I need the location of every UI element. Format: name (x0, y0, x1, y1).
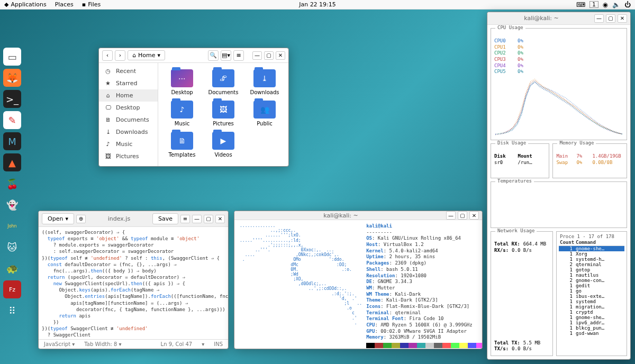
dock-john[interactable]: John (3, 217, 21, 235)
monitor-body[interactable]: CPU Usage CPU00%CPU10%CPU20%CPU30%CPU40%… (487, 25, 630, 359)
forward-button[interactable]: › (115, 50, 125, 61)
folder-icon: ⤓ (253, 69, 276, 87)
open-button[interactable]: Open ▾ (42, 213, 74, 224)
folder-public[interactable]: 👥Public (245, 101, 284, 126)
sidebar-item-music[interactable]: ♪Music (99, 138, 158, 150)
folder-videos[interactable]: ▶Videos (204, 132, 243, 158)
dock-terminal[interactable]: >_ (3, 90, 21, 108)
sidebar-item-label: Home (116, 92, 133, 99)
music-icon: ♪ (104, 141, 112, 148)
dock-wireshark[interactable]: 🐢 (3, 259, 21, 277)
code-area[interactable]: ((self, swaggerDecorator) ⇒ { typeof exp… (39, 227, 228, 339)
network-usage-panel: Network Usage Total RX:664.4 MB RX/s:0.0… (491, 231, 553, 356)
dock-apps[interactable]: ⠿ (3, 302, 21, 320)
panel-title: Proce 1 - 17 of 178 (559, 234, 624, 239)
folder-downloads[interactable]: ⤓Downloads (245, 69, 284, 95)
process-row[interactable]: 1gnome-she… (559, 246, 624, 251)
folder-label: Desktop (171, 89, 193, 95)
dock-ghost[interactable]: 👻 (3, 196, 21, 214)
menu-button[interactable]: ≡ (233, 50, 244, 61)
folder-documents[interactable]: 🖇Documents (204, 69, 243, 95)
maximize-button[interactable]: ▢ (204, 215, 213, 223)
view-button[interactable]: ▤▾ (221, 50, 231, 61)
close-button[interactable]: ✕ (618, 14, 627, 23)
process-row[interactable]: 1gedit (559, 283, 624, 288)
terminal-body[interactable]: .............. ..,;:ccc,. ......''';lxO.… (234, 220, 482, 349)
record-icon[interactable]: ◉ (603, 1, 608, 8)
path-home[interactable]: ⌂ Home ▾ (128, 50, 165, 60)
maximize-button[interactable]: ▢ (458, 211, 467, 220)
folder-pictures[interactable]: 🖼Pictures (204, 101, 243, 126)
dock-gedit[interactable]: ✎ (3, 111, 21, 129)
clock[interactable]: Jan 22 19:15 (299, 1, 336, 8)
minimize-button[interactable]: — (252, 51, 262, 60)
close-button[interactable]: ✕ (276, 51, 285, 60)
close-button[interactable]: ✕ (215, 215, 225, 223)
save-button[interactable]: Save (152, 213, 178, 224)
cursor-position: Ln 9, Col 47 (161, 341, 193, 347)
close-button[interactable]: ✕ (469, 211, 479, 220)
dock-metasploit[interactable]: M (3, 132, 21, 150)
sidebar-item-label: Downloads (116, 129, 148, 135)
sidebar-item-documents[interactable]: 🗎Documents (99, 114, 158, 126)
workspace-indicator[interactable]: 1 (589, 1, 598, 8)
dock-burp[interactable]: ▲ (3, 153, 21, 171)
minimize-button[interactable]: — (594, 14, 604, 23)
process-row[interactable]: 1blkcg_pun… (559, 325, 624, 331)
folder-music[interactable]: ♪Music (162, 101, 202, 126)
process-row[interactable]: 1systemd (559, 299, 624, 304)
sidebar-item-recent[interactable]: ◷Recent (99, 65, 158, 77)
files-menu[interactable]: ▪ Files (82, 1, 101, 8)
files-window: ‹ › ⌂ Home ▾ 🔍 ▤▾ ≡ — ▢ ✕ ◷Recent★Starre… (98, 48, 289, 167)
neofetch-ascii: .............. ..,;:ccc,. ......''';lxO.… (240, 223, 362, 348)
process-row[interactable]: 1ibus-exte… (559, 294, 624, 299)
process-row[interactable]: 1migration… (559, 304, 624, 310)
search-button[interactable]: 🔍 (208, 50, 219, 61)
applications-menu[interactable]: ◆ Applications (4, 1, 47, 8)
folder-label: Documents (208, 89, 238, 95)
dock-ettercap[interactable]: 🐱 (3, 238, 21, 256)
process-row[interactable]: 1systemd-h… (559, 257, 624, 262)
folder-desktop[interactable]: ⋯Desktop (162, 69, 202, 95)
process-row[interactable]: 2gnome-con… (559, 278, 624, 283)
keyboard-icon[interactable]: ⌨ (576, 1, 585, 8)
power-icon[interactable]: ⏻ (624, 1, 631, 8)
process-row[interactable]: 1cryptd (559, 310, 624, 315)
panel-title: Temperatures (495, 178, 534, 184)
volume-icon[interactable]: 🔈 (612, 1, 620, 8)
insert-mode[interactable]: INS (214, 341, 223, 347)
sidebar-item-starred[interactable]: ★Starred (99, 77, 158, 89)
dock-files[interactable]: ▭ (3, 48, 21, 66)
lang-selector[interactable]: JavaScript ▾ (44, 341, 75, 347)
sidebar-item-home[interactable]: ⌂Home (99, 89, 158, 102)
sidebar-item-downloads[interactable]: ⤓Downloads (99, 126, 158, 138)
process-row[interactable]: 1nautilus (559, 272, 624, 278)
desktop-icon: 🖵 (104, 104, 112, 111)
process-row[interactable]: 1gsd-wwan (559, 331, 624, 336)
process-row[interactable]: 1go (559, 288, 624, 294)
minimize-button[interactable]: — (446, 211, 456, 220)
dock-cherrytree[interactable]: 🍒 (3, 175, 21, 193)
sidebar-item-desktop[interactable]: 🖵Desktop (99, 102, 158, 114)
top-bar: ◆ Applications Places ▪ Files Jan 22 19:… (0, 0, 635, 10)
places-menu[interactable]: Places (55, 1, 74, 8)
process-row[interactable]: 1Xorg (559, 251, 624, 257)
maximize-button[interactable]: ▢ (606, 14, 615, 23)
sidebar-item-label: Desktop (116, 104, 140, 111)
minimize-button[interactable]: — (192, 215, 202, 223)
process-row[interactable]: 1ipv6_addr… (559, 320, 624, 325)
maximize-button[interactable]: ▢ (264, 51, 274, 60)
folder-icon: ♪ (171, 101, 193, 119)
new-tab-button[interactable]: ⊕ (76, 215, 86, 223)
process-row[interactable]: 1gotop (559, 267, 624, 272)
dock-firefox[interactable]: 🦊 (3, 69, 21, 87)
process-row[interactable]: 2qterminal (559, 262, 624, 267)
dock-filezilla[interactable]: Fz (3, 280, 21, 298)
sidebar-item-label: Documents (116, 116, 149, 123)
process-row[interactable]: 1gnome-she… (559, 315, 624, 320)
folder-templates[interactable]: 🗎Templates (162, 132, 202, 158)
back-button[interactable]: ‹ (102, 50, 113, 61)
sidebar-item-pictures[interactable]: 🖼Pictures (99, 150, 158, 162)
tab-width-selector[interactable]: Tab Width: 8 ▾ (84, 341, 121, 347)
gedit-menu-button[interactable]: ≡ (180, 215, 190, 223)
